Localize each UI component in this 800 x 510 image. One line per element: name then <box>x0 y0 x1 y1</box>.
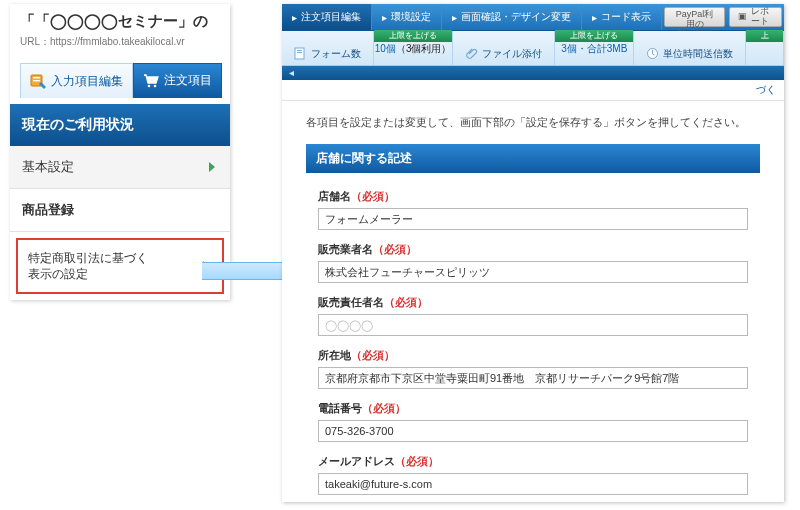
sidebar-item-label: 商品登録 <box>22 201 74 219</box>
field-label: 販売責任者名 <box>318 296 384 308</box>
sidebar-item-law[interactable]: 特定商取引法に基づく表示の設定 <box>16 238 224 294</box>
svg-rect-5 <box>295 48 304 59</box>
chevron-right-icon: ▸ <box>382 12 387 23</box>
required-mark: （必須） <box>384 296 428 308</box>
required-mark: （必須） <box>362 402 406 414</box>
svg-point-3 <box>148 84 151 87</box>
required-mark: （必須） <box>351 349 395 361</box>
chevron-right-icon: ▸ <box>592 12 597 23</box>
tab-input-items[interactable]: 入力項目編集 <box>20 63 133 98</box>
sidebar-item-basic[interactable]: 基本設定 <box>10 146 230 189</box>
chevron-right-icon: ▸ <box>452 12 457 23</box>
connector-line <box>202 262 293 280</box>
subnav-extra: 上 <box>746 31 784 65</box>
page-title: 「「◯◯◯◯セミナー」の <box>20 12 220 31</box>
field-label: 所在地 <box>318 349 351 361</box>
tab-order-items[interactable]: 注文項目 <box>133 63 222 98</box>
required-mark: （必須） <box>373 243 417 255</box>
breadcrumb: づく <box>282 80 784 101</box>
nav-design[interactable]: ▸画面確認・デザイン変更 <box>442 4 582 30</box>
tab-label: 注文項目 <box>164 72 212 89</box>
raise-badge: 上限を上げる <box>374 30 452 42</box>
required-mark: （必須） <box>351 190 395 202</box>
phone-input[interactable] <box>318 420 748 442</box>
doc-icon <box>294 47 307 60</box>
field-label: メールアドレス <box>318 455 395 467</box>
manager-name-input[interactable] <box>318 314 748 336</box>
limit-link[interactable]: 3個・合計3MB <box>561 43 627 54</box>
sidebar-item-product[interactable]: 商品登録 <box>10 189 230 232</box>
sidebar-item-label: 基本設定 <box>22 158 74 176</box>
clock-icon <box>646 47 659 60</box>
field-label: 販売業者名 <box>318 243 373 255</box>
field-label: 電話番号 <box>318 402 362 414</box>
toolbar: ◂ <box>282 66 784 80</box>
svg-point-4 <box>154 84 157 87</box>
subnav-attach[interactable]: ファイル添付 <box>453 31 555 65</box>
tab-label: 入力項目編集 <box>51 73 123 90</box>
sub-nav: フォーム数 上限を上げる 10個（3個利用） ファイル添付 上限を上げる 3個・… <box>282 31 784 66</box>
chevron-right-icon: ▸ <box>292 12 297 23</box>
address-input[interactable] <box>318 367 748 389</box>
shop-name-input[interactable] <box>318 208 748 230</box>
nav-env[interactable]: ▸環境設定 <box>372 4 442 30</box>
page-url: URL：https://fmmlabo.takeakilocal.vr <box>20 35 220 49</box>
form-icon <box>30 73 46 89</box>
nav-order-edit[interactable]: ▸注文項目編集 <box>282 4 372 30</box>
nav-report-button[interactable]: ▣ レポート <box>729 7 782 27</box>
subnav-forms[interactable]: フォーム数 <box>282 31 374 65</box>
svg-rect-6 <box>297 50 302 51</box>
section-title: 店舗に関する記述 <box>306 144 760 173</box>
svg-rect-1 <box>33 77 40 78</box>
chevron-right-icon <box>206 161 218 173</box>
email-input[interactable] <box>318 473 748 495</box>
limit-link[interactable]: 10個 <box>375 43 396 54</box>
raise-badge: 上限を上げる <box>555 30 633 42</box>
subnav-unit[interactable]: 単位時間送信数 <box>634 31 746 65</box>
sidebar-item-label: 特定商取引法に基づく表示の設定 <box>28 250 212 282</box>
field-label: 店舗名 <box>318 190 351 202</box>
status-heading: 現在のご利用状況 <box>10 104 230 146</box>
nav-paypal-button[interactable]: PayPal利用の受注履歴 <box>664 7 725 27</box>
raise-badge: 上 <box>746 30 783 42</box>
nav-code[interactable]: ▸コード表示 <box>582 4 662 30</box>
required-mark: （必須） <box>395 455 439 467</box>
cart-icon <box>143 73 159 89</box>
right-panel: ▸注文項目編集 ▸環境設定 ▸画面確認・デザイン変更 ▸コード表示 PayPal… <box>282 4 784 502</box>
svg-rect-2 <box>33 80 40 81</box>
left-panel: 「「◯◯◯◯セミナー」の URL：https://fmmlabo.takeaki… <box>10 4 230 300</box>
subnav-forms-limit[interactable]: 上限を上げる 10個（3個利用） <box>374 31 453 65</box>
top-nav: ▸注文項目編集 ▸環境設定 ▸画面確認・デザイン変更 ▸コード表示 PayPal… <box>282 4 784 31</box>
chevron-left-icon[interactable]: ◂ <box>284 66 298 80</box>
clip-icon <box>465 47 478 60</box>
svg-rect-7 <box>297 52 302 53</box>
seller-name-input[interactable] <box>318 261 748 283</box>
instruction-text: 各項目を設定または変更して、画面下部の「設定を保存する」ボタンを押してください。 <box>306 115 760 130</box>
subnav-attach-limit[interactable]: 上限を上げる 3個・合計3MB <box>555 31 634 65</box>
